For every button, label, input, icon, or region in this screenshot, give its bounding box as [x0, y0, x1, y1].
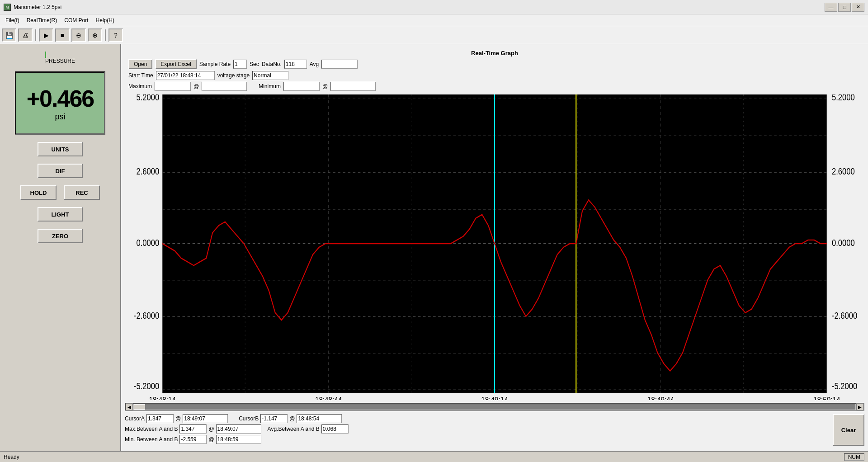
voltage-stage-input[interactable] — [252, 71, 288, 80]
pressure-label-text: PRESSURE — [45, 58, 75, 64]
scroll-right-arrow[interactable]: ▶ — [856, 403, 863, 410]
graph-controls-row2: Start Time voltage stage — [128, 71, 861, 80]
cursor-a-time-input[interactable] — [183, 414, 228, 423]
avg-between-input[interactable] — [321, 424, 349, 434]
svg-text:5.2000: 5.2000 — [136, 94, 159, 102]
max-between-at: @ — [208, 426, 214, 432]
graph-controls-row1: Open Export Excel Sample Rate Sec DataNo… — [128, 59, 861, 69]
menu-realtime[interactable]: RealTime(R) — [23, 16, 61, 24]
chart-container: 5.2000 2.6000 0.0000 -2.6000 -5.2000 5.2… — [125, 94, 864, 400]
sample-rate-input[interactable] — [233, 60, 247, 69]
print-button[interactable]: 🖨 — [18, 28, 33, 42]
toolbar-separator-2 — [105, 29, 106, 41]
maximum-time-input[interactable] — [202, 82, 247, 91]
maximum-at: @ — [193, 83, 199, 90]
minus-button[interactable]: ⊖ — [71, 28, 86, 42]
svg-text:-2.6000: -2.6000 — [832, 311, 857, 321]
voltage-stage-label: voltage stage — [217, 72, 250, 79]
avg-label: Avg — [310, 61, 319, 67]
hold-button[interactable]: HOLD — [20, 185, 57, 200]
close-button[interactable]: ✕ — [852, 3, 864, 12]
svg-text:0.0000: 0.0000 — [136, 238, 159, 248]
pressure-value: +0.466 — [27, 85, 94, 112]
minimum-time-input[interactable] — [330, 82, 376, 91]
units-button[interactable]: UNITS — [38, 142, 83, 156]
clear-button[interactable]: Clear — [833, 414, 864, 446]
left-panel: PRESSURE +0.466 psi UNITS DIF HOLD REC L… — [0, 44, 121, 451]
statusbar: Ready NUM — [0, 451, 868, 462]
cursor-row2: Max.Between A and B @ Avg.Between A and … — [125, 424, 829, 434]
titlebar-left: M Manometer 1.2 5psi — [4, 4, 61, 11]
chart-svg: 5.2000 2.6000 0.0000 -2.6000 -5.2000 5.2… — [125, 94, 864, 400]
max-between-time-input[interactable] — [216, 424, 261, 434]
titlebar-title: Manometer 1.2 5psi — [14, 4, 61, 10]
svg-text:2.6000: 2.6000 — [136, 167, 159, 176]
chart-scrollbar[interactable]: ◀ ▶ — [125, 403, 864, 411]
avg-input[interactable] — [321, 60, 358, 69]
light-button[interactable]: LIGHT — [38, 207, 83, 222]
dif-button[interactable]: DIF — [38, 164, 83, 178]
sec-label: Sec — [250, 61, 259, 67]
svg-text:0.0000: 0.0000 — [832, 238, 855, 248]
svg-text:18:49:44: 18:49:44 — [647, 396, 674, 400]
svg-text:18:49:14: 18:49:14 — [481, 396, 508, 400]
graph-controls-row3: Maximum @ Minimum @ — [128, 82, 861, 91]
svg-text:18:50:14: 18:50:14 — [813, 396, 840, 400]
pressure-indicator — [45, 52, 46, 58]
export-excel-button[interactable]: Export Excel — [155, 59, 196, 69]
graph-header: Real-Time Graph Open Export Excel Sample… — [125, 48, 864, 93]
minimize-button[interactable]: — — [825, 3, 837, 12]
scroll-left-arrow[interactable]: ◀ — [126, 403, 133, 410]
start-time-input[interactable] — [156, 71, 215, 80]
cursor-b-at: @ — [289, 415, 295, 422]
cursor-b-input[interactable] — [260, 414, 288, 423]
cursor-a-input[interactable] — [146, 414, 174, 423]
max-between-input[interactable] — [179, 424, 207, 434]
toolbar-separator-1 — [35, 29, 36, 41]
play-button[interactable]: ▶ — [39, 28, 53, 42]
save-button[interactable]: 💾 — [2, 28, 16, 42]
menubar: File(f) RealTime(R) COM Port Help(H) — [0, 14, 868, 26]
minimum-at: @ — [322, 83, 328, 90]
min-between-input[interactable] — [179, 435, 207, 444]
graph-title: Real-Time Graph — [128, 50, 861, 57]
cursor-panel: CursorA @ CursorB @ Max.Between A and B … — [125, 412, 864, 448]
app-icon: M — [4, 4, 11, 11]
titlebar: M Manometer 1.2 5psi — □ ✕ — [0, 0, 868, 14]
menu-file[interactable]: File(f) — [2, 16, 23, 24]
target-button[interactable]: ⊕ — [88, 28, 102, 42]
svg-text:18:48:44: 18:48:44 — [315, 396, 342, 400]
svg-text:5.2000: 5.2000 — [832, 94, 855, 102]
cursor-a-label: CursorA — [125, 415, 145, 422]
help-button[interactable]: ? — [108, 28, 123, 42]
cursor-b-time-input[interactable] — [297, 414, 342, 423]
maximum-value-input[interactable] — [155, 82, 191, 91]
svg-text:-5.2000: -5.2000 — [134, 382, 159, 391]
zero-button[interactable]: ZERO — [38, 229, 83, 243]
hold-rec-row: HOLD REC — [20, 185, 100, 200]
max-between-label: Max.Between A and B — [125, 426, 178, 432]
datano-input[interactable] — [284, 60, 307, 69]
maximize-button[interactable]: □ — [838, 3, 851, 12]
cursor-b-label: CursorB — [239, 415, 259, 422]
avg-between-label: Avg.Between A and B — [268, 426, 320, 432]
num-indicator: NUM — [844, 453, 864, 461]
scroll-track[interactable] — [134, 404, 855, 410]
minimum-value-input[interactable] — [283, 82, 320, 91]
status-text: Ready — [4, 454, 19, 460]
scroll-thumb[interactable] — [134, 404, 145, 410]
main-layout: PRESSURE +0.466 psi UNITS DIF HOLD REC L… — [0, 44, 868, 451]
window-controls: — □ ✕ — [825, 3, 864, 12]
rec-button[interactable]: REC — [64, 185, 100, 200]
cursor-a-at: @ — [175, 415, 181, 422]
svg-text:-2.6000: -2.6000 — [134, 311, 159, 321]
min-between-at: @ — [208, 436, 214, 443]
menu-help[interactable]: Help(H) — [92, 16, 118, 24]
pressure-display: +0.466 psi — [15, 71, 105, 135]
right-panel: Real-Time Graph Open Export Excel Sample… — [121, 44, 868, 451]
open-button[interactable]: Open — [128, 59, 152, 69]
menu-comport[interactable]: COM Port — [61, 16, 92, 24]
pressure-label: PRESSURE — [45, 52, 75, 64]
min-between-time-input[interactable] — [216, 435, 261, 444]
stop-button[interactable]: ■ — [55, 28, 70, 42]
